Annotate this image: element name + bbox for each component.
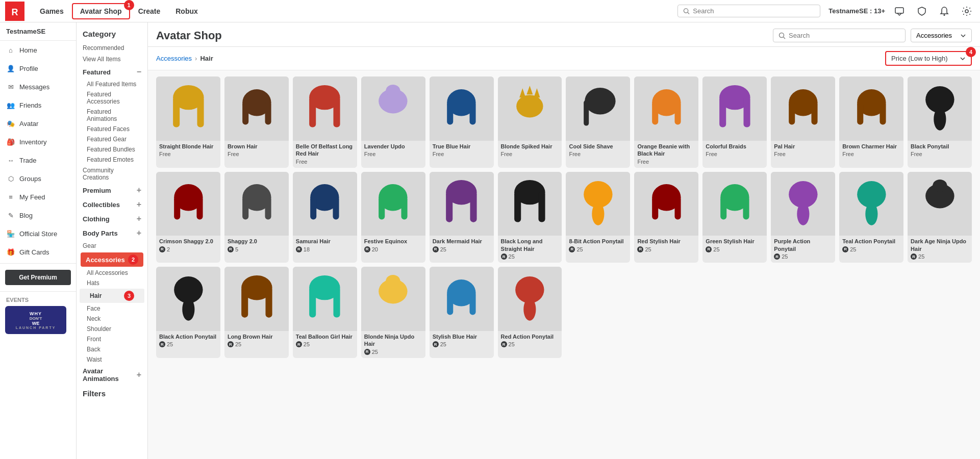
cat-hats[interactable]: Hats	[77, 278, 147, 288]
item-card[interactable]: Lavender UpdoFree	[361, 76, 425, 168]
sidebar-item-profile[interactable]: 👤 Profile	[0, 59, 76, 78]
home-icon: ⌂	[6, 45, 15, 55]
events-banner[interactable]: WHY DON'T WE LAUNCH PARTY	[5, 306, 66, 334]
item-card[interactable]: Dark Mermaid HairR25	[430, 172, 494, 263]
item-card[interactable]: Colorful BraidsFree	[702, 76, 767, 168]
settings-icon-btn[interactable]	[959, 3, 975, 19]
cat-body-parts[interactable]: Body Parts +	[77, 226, 147, 240]
cat-all-accessories[interactable]: All Accessories	[77, 268, 147, 278]
cat-back[interactable]: Back	[77, 344, 147, 354]
chat-icon-btn[interactable]	[891, 3, 908, 19]
cat-hair[interactable]: Hair 3	[80, 289, 144, 303]
item-card[interactable]: Brown Charmer HairFree	[839, 76, 903, 168]
item-card[interactable]: Blonde Spiked HairFree	[498, 76, 562, 168]
sidebar-item-myfeed[interactable]: ≡ My Feed	[0, 188, 76, 206]
category-dropdown[interactable]: Accessories	[911, 29, 972, 42]
item-card[interactable]: Shaggy 2.0R5	[224, 172, 289, 263]
item-card[interactable]: Teal Balloon Girl HairR25	[293, 267, 357, 358]
sidebar-item-messages[interactable]: ✉ Messages	[0, 78, 76, 96]
robux-icon: R	[501, 341, 507, 347]
sidebar-item-gift-cards[interactable]: 🎁 Gift Cards	[0, 243, 76, 261]
main-search-bar[interactable]	[773, 29, 906, 42]
cat-all-featured[interactable]: All Featured Items	[77, 79, 147, 89]
nav-robux[interactable]: Robux	[168, 3, 205, 19]
cat-view-all[interactable]: View All Items	[77, 54, 147, 65]
svg-rect-10	[173, 96, 180, 127]
breadcrumb-parent[interactable]: Accessories	[156, 55, 192, 62]
item-card[interactable]: True Blue HairFree	[430, 76, 494, 168]
item-card[interactable]: Blonde Ninja Updo HairR25	[361, 267, 425, 358]
item-price: Free	[911, 151, 969, 157]
cat-collectibles[interactable]: Collectibles +	[77, 197, 147, 212]
item-card[interactable]: Crimson Shaggy 2.0R2	[156, 172, 220, 263]
item-card[interactable]: Green Stylish HairR25	[702, 172, 767, 263]
roblox-logo[interactable]: R	[5, 2, 24, 21]
cat-recommended[interactable]: Recommended	[77, 42, 147, 54]
item-card[interactable]: Samurai HairR18	[293, 172, 357, 263]
item-card[interactable]: Black Long and Straight HairR25	[498, 172, 562, 263]
item-card[interactable]: Black PonytailFree	[908, 76, 972, 168]
sidebar-username: TestnameSE	[0, 22, 76, 41]
cat-featured-emotes[interactable]: Featured Emotes	[77, 155, 147, 165]
cat-featured[interactable]: Featured −	[77, 65, 147, 79]
sidebar-item-avatar[interactable]: 🎭 Avatar	[0, 114, 76, 133]
breadcrumb-separator: ›	[195, 55, 197, 62]
item-name: Dark Mermaid Hair	[433, 238, 491, 245]
cat-featured-bundles[interactable]: Featured Bundles	[77, 144, 147, 155]
sidebar-item-inventory[interactable]: 🎒 Inventory	[0, 133, 76, 151]
nav-create[interactable]: Create	[131, 3, 168, 19]
item-card[interactable]: Pal HairFree	[771, 76, 835, 168]
cat-avatar-animations[interactable]: Avatar Animations +	[77, 365, 147, 385]
svg-rect-86	[447, 292, 453, 315]
nav-avatar-shop[interactable]: Avatar Shop 1	[72, 3, 130, 19]
cat-featured-gear[interactable]: Featured Gear	[77, 134, 147, 144]
item-thumbnail	[771, 172, 835, 236]
cat-waist[interactable]: Waist	[77, 354, 147, 365]
cat-face[interactable]: Face	[77, 303, 147, 314]
nav-search-bar[interactable]	[677, 5, 820, 17]
item-card[interactable]: Orange Beanie with Black HairFree	[634, 76, 698, 168]
item-card[interactable]: Red Stylish HairR25	[634, 172, 698, 263]
get-premium-button[interactable]: Get Premium	[5, 270, 71, 285]
cat-featured-accessories[interactable]: Featured Accessories	[77, 89, 147, 107]
cat-featured-animations[interactable]: Featured Animations	[77, 107, 147, 124]
sidebar-item-groups[interactable]: ⬡ Groups	[0, 169, 76, 188]
cat-clothing[interactable]: Clothing +	[77, 212, 147, 226]
item-card[interactable]: Cool Side ShaveFree	[566, 76, 630, 168]
item-card[interactable]: 8-Bit Action PonytailR25	[566, 172, 630, 263]
cat-premium[interactable]: Premium +	[77, 183, 147, 197]
cat-featured-faces[interactable]: Featured Faces	[77, 124, 147, 134]
notification-icon-btn[interactable]	[936, 3, 952, 19]
cat-gear[interactable]: Gear	[77, 240, 147, 251]
cat-accessories-active[interactable]: Accessories 2	[81, 252, 143, 267]
sidebar-item-home[interactable]: ⌂ Home	[0, 41, 76, 59]
item-card[interactable]: Festive EquinoxR20	[361, 172, 425, 263]
main-search-input[interactable]	[789, 32, 900, 39]
sidebar-item-blog[interactable]: ✎ Blog	[0, 206, 76, 224]
item-card[interactable]: Purple Action PonytailR25	[771, 172, 835, 263]
item-card[interactable]: Brown HairFree	[224, 76, 289, 168]
item-card[interactable]: Straight Blonde HairFree	[156, 76, 220, 168]
item-card[interactable]: Long Brown HairR25	[224, 267, 289, 358]
sidebar-item-official-store[interactable]: 🏪 Official Store	[0, 224, 76, 243]
sidebar-myfeed-label: My Feed	[19, 193, 45, 201]
sort-dropdown[interactable]: Price (Low to High)	[885, 51, 972, 66]
nav-games[interactable]: Games	[33, 3, 71, 19]
svg-point-27	[585, 88, 615, 114]
cat-shoulder[interactable]: Shoulder	[77, 324, 147, 334]
item-card[interactable]: Red Action PonytailR25	[498, 267, 562, 358]
cat-front[interactable]: Front	[77, 334, 147, 344]
item-name: Straight Blonde Hair	[159, 143, 217, 150]
sidebar-item-friends[interactable]: 👥 Friends	[0, 96, 76, 114]
item-card[interactable]: Stylish Blue HairR25	[430, 267, 494, 358]
sidebar-blog-label: Blog	[19, 212, 33, 219]
shield-icon-btn[interactable]	[914, 3, 930, 19]
nav-search-input[interactable]	[693, 7, 815, 15]
item-card[interactable]: Black Action PonytailR25	[156, 267, 220, 358]
cat-neck[interactable]: Neck	[77, 314, 147, 324]
item-card[interactable]: Belle Of Belfast Long Red HairFree	[293, 76, 357, 168]
item-card[interactable]: Dark Age Ninja Updo HairR25	[908, 172, 972, 263]
cat-community[interactable]: Community Creations	[77, 165, 147, 183]
item-card[interactable]: Teal Action PonytailR25	[839, 172, 903, 263]
sidebar-item-trade[interactable]: ↔ Trade	[0, 151, 76, 169]
